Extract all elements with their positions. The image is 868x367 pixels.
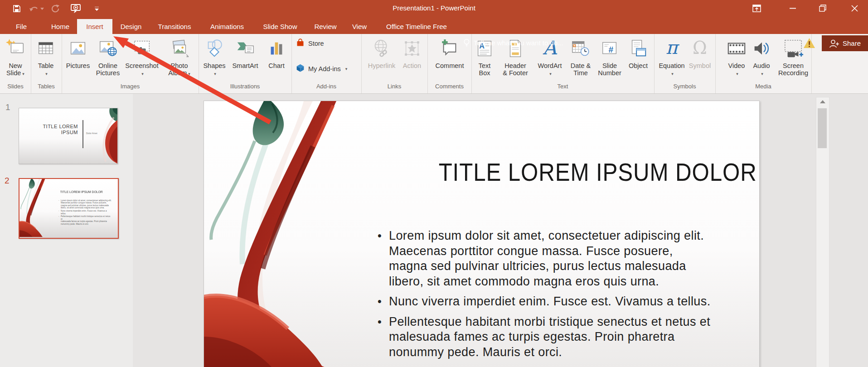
thumb1-wave-graphic xyxy=(93,108,117,164)
tab-transitions[interactable]: Transitions xyxy=(150,19,199,34)
tab-slide-show[interactable]: Slide Show xyxy=(254,19,306,34)
store-icon xyxy=(296,38,305,49)
bullet-item: •Nunc viverra imperdiet enim. Fusce est.… xyxy=(378,294,758,309)
scrollbar-up-button[interactable] xyxy=(816,97,829,106)
audio-button[interactable]: Audio▾ xyxy=(750,35,773,81)
ribbon-group-slides: NewSlide▾Slides xyxy=(0,34,31,93)
ribbon-display-options-button[interactable] xyxy=(746,0,767,16)
start-from-beginning-button[interactable] xyxy=(69,2,82,15)
equation-button[interactable]: πEquation▾ xyxy=(656,35,688,81)
slide-number-label: Slide xyxy=(602,62,617,69)
slide-body-text[interactable]: •Lorem ipsum dolor sit amet, consectetue… xyxy=(378,228,758,365)
date-time-button[interactable]: Date &Time xyxy=(567,35,595,81)
bullet-text: Nunc viverra imperdiet enim. Fusce est. … xyxy=(61,210,112,215)
bullet-text: Nunc viverra imperdiet enim. Fusce est. … xyxy=(389,294,711,309)
chart-button[interactable]: Chart xyxy=(263,35,290,81)
thumb2-title: TITLE LOREM IPSUM DOLOR xyxy=(58,190,105,194)
chart-icon xyxy=(266,35,287,62)
minimize-button[interactable] xyxy=(782,0,803,16)
audio-label: Audio xyxy=(753,62,770,69)
undo-dropdown[interactable] xyxy=(39,2,45,15)
slide-2-thumbnail[interactable]: TITLE LOREM IPSUM DOLOR -Lorem ipsum dol… xyxy=(19,178,119,239)
action-button: Action xyxy=(398,35,426,81)
new-slide-icon xyxy=(5,35,26,62)
editing-canvas[interactable]: TITLE LOREM IPSUM DOLOR •Lorem ipsum dol… xyxy=(133,93,868,367)
new-slide-button[interactable]: NewSlide▾ xyxy=(2,35,29,81)
dropdown-arrow-icon: ▾ xyxy=(761,72,763,76)
pictures-label: Pictures xyxy=(66,62,90,69)
ribbon-group-images: PicturesOnlinePicturesScreenshot▾PhotoAl… xyxy=(62,34,199,93)
slide-number-icon: # xyxy=(599,35,620,62)
dropdown-arrow-icon: ▾ xyxy=(188,72,190,76)
ribbon-group-media: Video▾Audio▾ScreenRecordingMedia xyxy=(715,34,812,93)
table-button[interactable]: Table▾ xyxy=(33,35,59,81)
group-label-text: Text xyxy=(471,83,654,90)
shapes-button[interactable]: Shapes▾ xyxy=(201,35,228,81)
group-label-tables: Tables xyxy=(31,83,62,90)
restore-button[interactable] xyxy=(812,0,833,16)
store-button[interactable]: Store xyxy=(296,38,354,49)
svg-text:π: π xyxy=(666,38,680,58)
share-button[interactable]: Share xyxy=(822,35,868,51)
comment-icon xyxy=(439,35,460,62)
online-pictures-icon xyxy=(97,35,118,62)
save-button[interactable] xyxy=(10,2,24,15)
start-slideshow-icon xyxy=(70,4,81,14)
smartart-button[interactable]: SmartArt xyxy=(229,35,262,81)
table-label: Table xyxy=(38,62,54,69)
date-time-icon xyxy=(570,35,591,62)
dropdown-arrow-icon: ▾ xyxy=(141,72,144,76)
tab-view[interactable]: View xyxy=(345,19,373,34)
slide-1-thumbnail[interactable]: TITLE LOREM IPSUM Dolor Amet xyxy=(19,108,118,164)
vertical-scrollbar[interactable] xyxy=(816,97,829,367)
group-label-add-ins: Add-ins xyxy=(291,83,361,90)
pictures-button[interactable]: Pictures xyxy=(64,35,92,81)
screen-recording-label-2: Recording xyxy=(778,69,808,77)
dropdown-arrow-icon: ▾ xyxy=(549,72,552,76)
group-label-slides: Slides xyxy=(0,83,31,90)
photo-album-button[interactable]: PhotoAlbum▾ xyxy=(162,35,197,81)
date-time-label-2: Time xyxy=(573,69,588,77)
tell-me-box[interactable]: Tell me what you want to do... xyxy=(463,34,563,51)
scrollbar-thumb[interactable] xyxy=(818,108,827,148)
slide-1-number: 1 xyxy=(5,102,10,112)
object-icon xyxy=(628,35,649,62)
redo-button[interactable] xyxy=(49,2,63,15)
bullet-text: Pellentesque habitant morbi tristique se… xyxy=(389,314,710,360)
tab-review[interactable]: Review xyxy=(307,19,344,34)
slide-title-text[interactable]: TITLE LOREM IPSUM DOLOR xyxy=(439,157,756,187)
bullet-item: -Pellentesque habitant morbi tristique s… xyxy=(58,215,112,225)
ribbon-tab-row: FileHomeInsertDesignTransitionsAnimation… xyxy=(0,17,868,34)
dropdown-arrow-icon: ▾ xyxy=(22,72,24,76)
bullet-item: -Lorem ipsum dolor sit amet, consectetue… xyxy=(58,199,112,209)
tab-home[interactable]: Home xyxy=(43,19,78,34)
video-button[interactable]: Video▾ xyxy=(724,35,749,81)
ribbon-group-symbols: πEquation▾ΩSymbolSymbols xyxy=(654,34,716,93)
bullet-marker: • xyxy=(378,294,389,309)
hyperlink-button: Hyperlink xyxy=(365,35,398,81)
object-button[interactable]: Object xyxy=(625,35,652,81)
thumb1-title: TITLE LOREM IPSUM xyxy=(33,124,78,135)
screenshot-button[interactable]: Screenshot▾ xyxy=(123,35,161,81)
my-add-ins-button[interactable]: My Add-ins▾ xyxy=(296,63,359,75)
tab-animations[interactable]: Animations xyxy=(201,19,253,34)
close-button[interactable] xyxy=(844,0,865,16)
ribbon-display-options-icon xyxy=(752,5,761,12)
save-icon xyxy=(12,4,21,13)
equation-icon: π xyxy=(661,35,682,62)
customize-qat-button[interactable] xyxy=(92,2,101,15)
store-label: Store xyxy=(308,40,324,47)
notification-warning[interactable] xyxy=(804,38,815,50)
slide-number-button[interactable]: #SlideNumber xyxy=(596,35,624,81)
slide-thumbnail-panel: 1 TITLE LOREM IPSUM Dolor Amet 2 TITLE L… xyxy=(0,93,133,367)
thumb2-wave-graphic xyxy=(19,179,48,237)
slide-canvas[interactable]: TITLE LOREM IPSUM DOLOR •Lorem ipsum dol… xyxy=(204,101,760,367)
bullet-marker: • xyxy=(378,314,389,360)
online-pictures-button[interactable]: OnlinePictures xyxy=(94,35,122,81)
bullet-item: •Pellentesque habitant morbi tristique s… xyxy=(378,314,758,360)
tab-design[interactable]: Design xyxy=(113,19,149,34)
tab-file[interactable]: File xyxy=(8,19,34,34)
tab-insert[interactable]: Insert xyxy=(77,19,112,34)
tab-office-timeline-free[interactable]: Office Timeline Free xyxy=(375,19,458,34)
my-add-ins-label: My Add-ins xyxy=(308,65,341,72)
